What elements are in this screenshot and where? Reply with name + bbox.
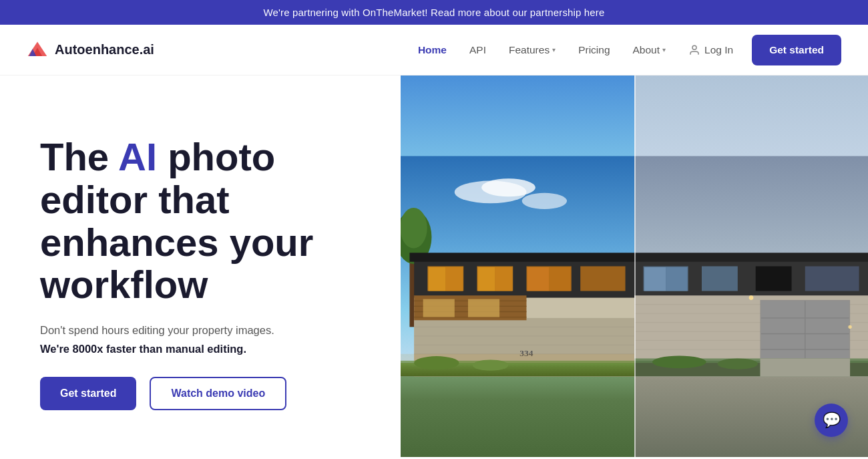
svg-point-3 bbox=[692, 45, 696, 49]
svg-point-69 bbox=[718, 358, 758, 369]
house-left-svg: 334 bbox=[401, 75, 634, 457]
main-nav: Home API Features ▾ Pricing About ▾ Log … bbox=[409, 35, 841, 65]
svg-rect-23 bbox=[478, 267, 495, 291]
hero-get-started-button[interactable]: Get started bbox=[40, 377, 136, 410]
svg-rect-26 bbox=[527, 267, 549, 291]
hero-buttons: Get started Watch demo video bbox=[40, 377, 347, 410]
svg-rect-28 bbox=[580, 267, 625, 291]
svg-point-64 bbox=[749, 295, 754, 300]
hero-subtext: Don't spend hours editing your property … bbox=[40, 322, 347, 339]
logo-link[interactable]: Autoenhance.ai bbox=[27, 39, 154, 61]
svg-rect-18 bbox=[409, 253, 634, 261]
nav-pricing[interactable]: Pricing bbox=[569, 39, 619, 61]
svg-point-7 bbox=[522, 193, 567, 209]
about-chevron-icon: ▾ bbox=[662, 46, 666, 53]
hero-image: 334 bbox=[401, 75, 868, 457]
svg-rect-48 bbox=[702, 267, 738, 291]
hero-subtext-bold: We're 8000x faster than manual editing. bbox=[40, 343, 347, 355]
svg-rect-24 bbox=[495, 267, 512, 291]
svg-point-65 bbox=[848, 325, 851, 329]
svg-point-6 bbox=[481, 178, 535, 196]
svg-point-68 bbox=[652, 355, 706, 368]
before-after-divider bbox=[634, 75, 636, 457]
hero-watch-demo-button[interactable]: Watch demo video bbox=[150, 377, 286, 410]
svg-rect-21 bbox=[445, 267, 463, 291]
hero-headline: The AI photo editor that enhances your w… bbox=[40, 136, 347, 306]
headline-pre: The bbox=[40, 135, 118, 178]
logo-text: Autoenhance.ai bbox=[55, 42, 154, 57]
hero-text-block: The AI photo editor that enhances your w… bbox=[40, 75, 374, 457]
nav-home[interactable]: Home bbox=[409, 39, 456, 61]
nav-api[interactable]: API bbox=[460, 39, 495, 61]
chat-icon: 💬 bbox=[823, 412, 841, 429]
svg-rect-20 bbox=[429, 267, 446, 291]
headline-ai: AI bbox=[118, 135, 157, 178]
svg-rect-70 bbox=[760, 358, 850, 376]
house-right-svg bbox=[634, 75, 868, 457]
house-image-right bbox=[634, 75, 868, 457]
banner-text: We're partnering with OnTheMarket! Read … bbox=[264, 7, 605, 18]
chat-button[interactable]: 💬 bbox=[815, 404, 848, 437]
svg-rect-27 bbox=[549, 267, 570, 291]
svg-rect-49 bbox=[756, 267, 792, 291]
svg-rect-35 bbox=[468, 299, 499, 317]
hero-section: The AI photo editor that enhances your w… bbox=[0, 75, 868, 457]
nav-login[interactable]: Log In bbox=[679, 39, 742, 61]
header: Autoenhance.ai Home API Features ▾ Prici… bbox=[0, 25, 868, 75]
svg-rect-47 bbox=[666, 267, 687, 291]
svg-rect-44 bbox=[634, 253, 868, 261]
logo-icon bbox=[27, 39, 48, 61]
svg-rect-50 bbox=[805, 267, 859, 291]
nav-about[interactable]: About ▾ bbox=[624, 39, 676, 61]
svg-point-10 bbox=[401, 208, 427, 249]
svg-rect-34 bbox=[423, 299, 455, 317]
user-icon bbox=[688, 44, 700, 56]
svg-rect-46 bbox=[644, 267, 666, 291]
svg-rect-41 bbox=[401, 354, 634, 377]
header-get-started-button[interactable]: Get started bbox=[752, 35, 841, 65]
announcement-banner: We're partnering with OnTheMarket! Read … bbox=[0, 0, 868, 25]
nav-features[interactable]: Features ▾ bbox=[499, 39, 565, 61]
house-image-left: 334 bbox=[401, 75, 634, 457]
features-chevron-icon: ▾ bbox=[552, 46, 556, 53]
